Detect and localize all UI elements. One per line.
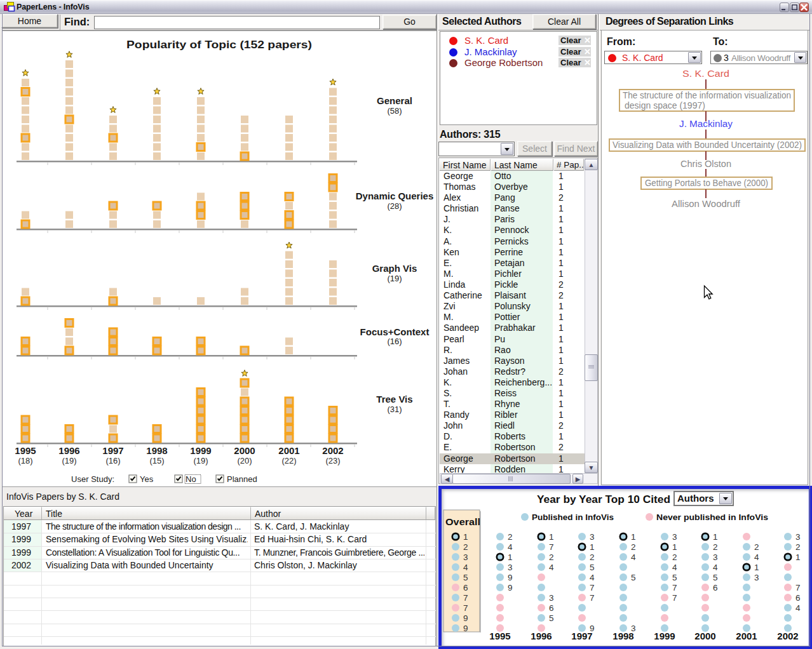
- svg-text:Never published in InfoVis: Never published in InfoVis: [656, 512, 768, 522]
- svg-text:4: 4: [508, 542, 513, 552]
- svg-text:4: 4: [549, 563, 554, 572]
- svg-text:1997: 1997: [571, 631, 592, 641]
- svg-text:1: 1: [672, 542, 677, 552]
- svg-text:Yes: Yes: [140, 474, 154, 484]
- svg-text:(28): (28): [387, 201, 402, 211]
- svg-text:Getting Portals to Behave (200: Getting Portals to Behave (2000): [645, 178, 768, 188]
- svg-text:4: 4: [672, 563, 677, 572]
- svg-text:(19): (19): [62, 456, 76, 465]
- svg-text:Chris Olston: Chris Olston: [680, 159, 731, 169]
- svg-text:2: 2: [463, 542, 468, 552]
- svg-text:2: 2: [508, 532, 513, 542]
- svg-text:(15): (15): [149, 456, 164, 465]
- svg-text:(58): (58): [387, 106, 402, 116]
- svg-text:2: 2: [754, 542, 759, 552]
- svg-text:(20): (20): [237, 456, 252, 465]
- svg-text:6: 6: [713, 583, 718, 592]
- svg-text:6: 6: [463, 583, 468, 592]
- svg-text:(19): (19): [387, 274, 402, 283]
- svg-text:Tree Vis: Tree Vis: [376, 394, 412, 405]
- svg-text:(23): (23): [325, 456, 340, 465]
- svg-text:1999: 1999: [190, 445, 211, 456]
- svg-text:Year by Year Top 10 Cited: Year by Year Top 10 Cited: [537, 494, 670, 505]
- svg-text:2: 2: [590, 552, 595, 562]
- svg-text:S. K. Card: S. K. Card: [682, 69, 729, 79]
- svg-text:1: 1: [713, 532, 718, 542]
- svg-text:5: 5: [590, 563, 595, 572]
- svg-text:2: 2: [549, 552, 554, 562]
- svg-text:Visualizing Data with Bounded: Visualizing Data with Bounded Uncertaint…: [612, 140, 802, 150]
- svg-text:General: General: [377, 95, 412, 106]
- svg-text:3: 3: [549, 593, 554, 603]
- svg-text:4: 4: [713, 563, 718, 572]
- svg-text:Dynamic Queries: Dynamic Queries: [356, 191, 434, 201]
- svg-text:7: 7: [549, 542, 554, 552]
- svg-text:(16): (16): [105, 456, 120, 465]
- svg-text:7: 7: [672, 583, 677, 592]
- svg-text:Graph Vis: Graph Vis: [372, 263, 417, 274]
- svg-text:9: 9: [463, 624, 468, 633]
- svg-text:5: 5: [631, 573, 636, 582]
- svg-text:Popularity of Topic (152 paper: Popularity of Topic (152 papers): [126, 39, 312, 51]
- svg-text:Overall: Overall: [445, 517, 480, 527]
- svg-text:Allison Woodruff: Allison Woodruff: [672, 199, 740, 209]
- svg-text:User Study:: User Study:: [71, 474, 114, 484]
- svg-text:3: 3: [463, 552, 468, 562]
- svg-text:5: 5: [463, 573, 468, 582]
- svg-text:(31): (31): [387, 405, 402, 414]
- svg-text:6: 6: [549, 603, 554, 613]
- svg-text:5: 5: [672, 573, 677, 582]
- svg-text:4: 4: [631, 552, 636, 562]
- svg-text:2002: 2002: [777, 631, 798, 641]
- svg-text:2001: 2001: [278, 445, 299, 456]
- svg-text:1998: 1998: [612, 631, 633, 641]
- svg-text:4: 4: [795, 603, 801, 613]
- svg-text:5: 5: [549, 613, 554, 623]
- svg-text:3: 3: [795, 532, 801, 542]
- svg-text:Planned: Planned: [227, 474, 257, 484]
- svg-text:4: 4: [463, 563, 468, 572]
- svg-text:3: 3: [713, 552, 718, 562]
- svg-text:1: 1: [795, 552, 801, 562]
- svg-text:1: 1: [590, 542, 595, 552]
- svg-text:9: 9: [508, 573, 513, 582]
- svg-text:1998: 1998: [146, 445, 167, 456]
- svg-text:1: 1: [463, 532, 468, 542]
- svg-text:4: 4: [590, 573, 595, 582]
- svg-text:2002: 2002: [322, 445, 343, 456]
- svg-text:1: 1: [508, 552, 513, 562]
- svg-text:1: 1: [631, 532, 636, 542]
- svg-text:(22): (22): [281, 456, 296, 465]
- svg-text:1996: 1996: [531, 631, 551, 641]
- svg-text:1: 1: [754, 563, 759, 572]
- svg-text:3: 3: [672, 532, 677, 542]
- svg-text:2: 2: [713, 542, 718, 552]
- svg-text:design space (1997): design space (1997): [625, 100, 705, 110]
- svg-text:The structure of the informati: The structure of the information visuali…: [623, 90, 791, 100]
- svg-text:(19): (19): [193, 456, 208, 465]
- svg-text:1: 1: [549, 532, 554, 542]
- svg-text:9: 9: [463, 613, 468, 623]
- svg-text:2001: 2001: [736, 631, 757, 641]
- svg-text:Published in InfoVis: Published in InfoVis: [532, 512, 614, 522]
- svg-text:2000: 2000: [694, 631, 715, 641]
- svg-text:6: 6: [795, 593, 801, 603]
- svg-text:1997: 1997: [102, 445, 123, 456]
- svg-text:1995: 1995: [489, 631, 510, 641]
- svg-text:2: 2: [631, 542, 636, 552]
- svg-text:1999: 1999: [654, 631, 675, 641]
- svg-text:3: 3: [508, 563, 513, 572]
- svg-text:7: 7: [590, 593, 595, 603]
- svg-text:7: 7: [672, 593, 677, 603]
- svg-text:No: No: [186, 474, 196, 484]
- svg-text:2: 2: [672, 552, 677, 562]
- svg-text:1996: 1996: [58, 445, 79, 456]
- svg-text:3: 3: [590, 532, 595, 542]
- svg-text:7: 7: [590, 583, 595, 592]
- svg-text:7: 7: [463, 603, 468, 613]
- svg-text:J. Mackinlay: J. Mackinlay: [679, 119, 733, 129]
- svg-text:4: 4: [754, 552, 759, 562]
- svg-text:(16): (16): [387, 337, 402, 346]
- svg-text:1995: 1995: [15, 445, 36, 456]
- svg-text:7: 7: [463, 593, 468, 603]
